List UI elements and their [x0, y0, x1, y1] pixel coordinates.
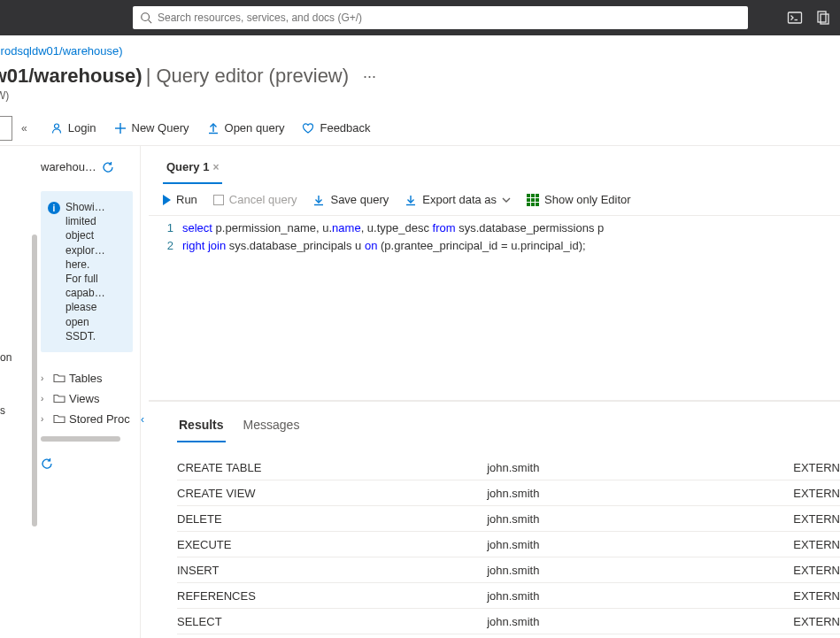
- code-content[interactable]: select p.permission_name, u.name, u.type…: [182, 219, 840, 400]
- scrollbar-stub[interactable]: [32, 234, 37, 527]
- global-search[interactable]: [133, 6, 748, 29]
- cell-permission: CREATE VIEW: [177, 487, 487, 500]
- cell-permission: CREATE TABLE: [177, 461, 487, 474]
- folder-icon: [53, 413, 66, 424]
- run-label: Run: [176, 193, 197, 206]
- cell-permission: INSERT: [177, 564, 487, 577]
- info-card: i Showi… limited object explor… here. Fo…: [41, 191, 133, 352]
- editor-column: Query 1 × Run Cancel query Save query: [149, 146, 840, 638]
- show-editor-label: Show only Editor: [544, 193, 631, 206]
- cell-user: john.smith: [487, 615, 793, 628]
- cell-user: john.smith: [487, 589, 793, 603]
- info-icon: i: [48, 202, 60, 214]
- save-query-button[interactable]: Save query: [312, 193, 389, 206]
- table-row[interactable]: REFERENCES john.smith EXTERN: [177, 583, 840, 609]
- query-toolbar: Run Cancel query Save query Export data …: [149, 184, 840, 215]
- refresh-icon[interactable]: [102, 161, 114, 173]
- download-icon: [312, 194, 325, 206]
- svg-line-1: [149, 20, 152, 24]
- tree-label: Views: [69, 392, 99, 405]
- object-explorer: warehou… i Showi… limited object explor……: [0, 146, 140, 638]
- cell-type: EXTERN: [793, 564, 840, 577]
- folder-icon: [53, 393, 66, 404]
- table-row[interactable]: INSERT john.smith EXTERN: [177, 557, 840, 583]
- login-button[interactable]: Login: [42, 114, 105, 142]
- breadcrumb-link[interactable]: house (prodsqldw01/warehouse): [0, 44, 123, 58]
- page-title-row: rodsqldw01/warehouse) | Query editor (pr…: [0, 61, 840, 89]
- run-button[interactable]: Run: [163, 193, 197, 206]
- table-row[interactable]: EXECUTE john.smith EXTERN: [177, 532, 840, 557]
- tab-results[interactable]: Results: [177, 412, 226, 442]
- cell-permission: DELETE: [177, 512, 487, 526]
- refresh-bottom[interactable]: [41, 457, 133, 473]
- table-row[interactable]: DELETE john.smith EXTERN: [177, 506, 840, 532]
- collapse-sidebar-handle[interactable]: ‹: [140, 146, 149, 638]
- new-query-label: New Query: [132, 121, 189, 135]
- cell-user: john.smith: [487, 538, 793, 551]
- more-actions-icon[interactable]: ···: [363, 67, 376, 86]
- tab-messages[interactable]: Messages: [242, 412, 302, 442]
- table-row[interactable]: CREATE TABLE john.smith EXTERN: [177, 455, 840, 480]
- svg-point-0: [142, 13, 150, 21]
- editor-tabs: Query 1 ×: [149, 146, 840, 184]
- tree-views[interactable]: › Views: [41, 388, 133, 409]
- cloud-shell-icon[interactable]: [787, 10, 803, 26]
- grid-icon: [527, 194, 539, 206]
- cell-permission: SELECT: [177, 615, 487, 628]
- chevron-right-icon: ›: [41, 373, 50, 383]
- collapse-left-icon[interactable]: «: [21, 122, 27, 135]
- code-editor[interactable]: 1 2 select p.permission_name, u.name, u.…: [149, 215, 840, 401]
- page-subtitle: y SQL DW): [0, 89, 840, 111]
- cell-user: john.smith: [487, 564, 793, 577]
- left-nav-text: s: [0, 404, 12, 417]
- tree-tables[interactable]: › Tables: [41, 368, 133, 388]
- horizontal-scrollbar-stub[interactable]: [41, 436, 120, 442]
- notifications-icon[interactable]: [815, 10, 831, 26]
- close-icon[interactable]: ×: [212, 161, 219, 173]
- search-icon: [140, 12, 152, 24]
- line-numbers: 1 2: [149, 219, 182, 400]
- save-label: Save query: [330, 193, 389, 206]
- export-label: Export data as: [422, 193, 497, 206]
- results-tabs: Results Messages: [149, 401, 840, 442]
- breadcrumb: house (prodsqldw01/warehouse): [0, 35, 840, 61]
- cell-user: john.smith: [487, 512, 793, 526]
- export-data-button[interactable]: Export data as: [405, 193, 511, 206]
- cell-type: EXTERN: [793, 615, 840, 628]
- upload-icon: [207, 122, 220, 135]
- open-query-label: Open query: [225, 121, 285, 135]
- open-query-button[interactable]: Open query: [198, 114, 294, 142]
- cell-user: john.smith: [487, 487, 793, 500]
- plus-icon: [114, 122, 127, 135]
- cell-type: EXTERN: [793, 589, 840, 603]
- tree-label: Stored Proc: [69, 412, 130, 426]
- new-query-button[interactable]: New Query: [105, 114, 198, 142]
- left-nav-text: on: [0, 351, 12, 364]
- feedback-button[interactable]: Feedback: [293, 114, 379, 142]
- play-icon: [163, 195, 171, 205]
- search-input[interactable]: [158, 12, 741, 24]
- user-icon: [50, 122, 63, 135]
- chevron-right-icon: ›: [41, 414, 50, 424]
- left-nav-fragment: on s: [0, 351, 12, 417]
- cancel-label: Cancel query: [229, 193, 297, 206]
- page-title-suffix: | Query editor (preview): [146, 65, 349, 88]
- cell-permission: EXECUTE: [177, 538, 487, 551]
- table-row[interactable]: CREATE VIEW john.smith EXTERN: [177, 480, 840, 506]
- tab-query1[interactable]: Query 1 ×: [163, 155, 222, 184]
- chevron-down-icon: [502, 196, 511, 204]
- database-name: warehou…: [41, 160, 96, 173]
- cell-type: EXTERN: [793, 487, 840, 500]
- cell-permission: REFERENCES: [177, 589, 487, 603]
- cancel-query-button[interactable]: Cancel query: [213, 193, 297, 206]
- svg-rect-2: [789, 12, 802, 23]
- info-text: Showi… limited object explor… here. For …: [66, 200, 105, 343]
- tree-stored-procedures[interactable]: › Stored Proc: [41, 409, 133, 429]
- tab-label: Query 1: [166, 160, 209, 173]
- table-row[interactable]: SELECT john.smith EXTERN: [177, 609, 840, 634]
- chevron-right-icon: ›: [41, 394, 50, 404]
- show-only-editor-button[interactable]: Show only Editor: [527, 193, 631, 206]
- heart-icon: [302, 122, 314, 135]
- tree-label: Tables: [69, 372, 103, 385]
- main-area: on s warehou… i Showi… limited object ex…: [0, 146, 840, 638]
